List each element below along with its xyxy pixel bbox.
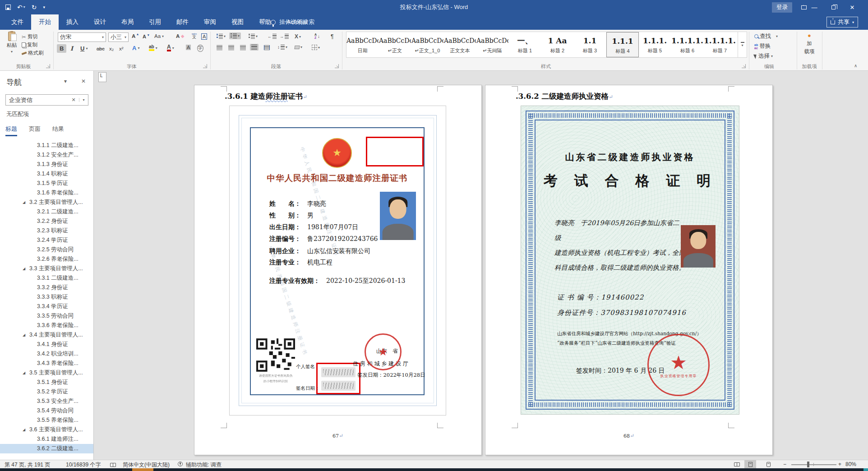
style-card-标题4[interactable]: 1.1.1标题 4: [606, 32, 639, 57]
collapse-arrow-icon[interactable]: ◢: [23, 425, 25, 434]
nav-item[interactable]: 3.5.4 劳动合同: [0, 406, 93, 416]
redo-icon[interactable]: ↻: [32, 4, 37, 10]
style-card-标题5[interactable]: 1.1.1.标题 5: [639, 32, 671, 57]
nav-item[interactable]: 3.3.6 养老保险...: [0, 321, 93, 330]
nav-item[interactable]: 3.5.2 学历证: [0, 387, 93, 397]
nav-tab-标题[interactable]: 标题: [5, 125, 17, 136]
character-border-button[interactable]: A: [201, 33, 207, 40]
nav-tab-结果[interactable]: 结果: [52, 125, 64, 136]
document-canvas[interactable]: L .3.6.1 建造师注册证书↵ 中华人民共和国二级建造师注册证书 中华人民共…: [94, 71, 868, 460]
language-indicator[interactable]: 简体中文(中国大陆): [123, 461, 170, 469]
collapse-arrow-icon[interactable]: ◢: [23, 330, 25, 340]
nav-item[interactable]: 3.5.5 养老保险...: [0, 416, 93, 425]
nav-item[interactable]: 3.1.5 学历证: [0, 179, 93, 188]
tab-邮件[interactable]: 邮件: [169, 14, 196, 30]
web-layout-icon[interactable]: [762, 460, 774, 468]
find-button[interactable]: 查找▾: [754, 32, 778, 40]
highlight-color-button[interactable]: ab▾: [149, 45, 157, 51]
nav-item[interactable]: 3.2.5 劳动合同: [0, 245, 93, 254]
subscript-button[interactable]: x₂: [109, 46, 114, 51]
nav-item[interactable]: 3.2.1 二级建造...: [0, 207, 93, 217]
replace-button[interactable]: abac替换: [754, 42, 771, 50]
search-clear-icon[interactable]: ✕: [68, 97, 79, 103]
nav-item[interactable]: 3.3.3 职称证: [0, 292, 93, 302]
nav-item[interactable]: 3.1.2 安全生产...: [0, 150, 93, 160]
signin-button[interactable]: 登录: [772, 0, 792, 14]
restore-button[interactable]: [826, 0, 841, 14]
align-left-button[interactable]: [215, 44, 224, 51]
word-count[interactable]: 10/16839 个字: [66, 461, 101, 469]
tab-设计[interactable]: 设计: [86, 14, 114, 30]
superscript-button[interactable]: x²: [119, 46, 124, 51]
decrease-indent-button[interactable]: ←: [266, 33, 278, 40]
collapse-arrow-icon[interactable]: ◢: [23, 264, 25, 273]
search-input[interactable]: 企业资信: [6, 96, 68, 104]
zoom-slider[interactable]: [791, 464, 836, 465]
nav-item[interactable]: ◢3.4 主要项目管理人...: [0, 330, 93, 340]
ribbon-display-options-icon[interactable]: [801, 0, 807, 14]
enclose-characters-button[interactable]: 字: [197, 45, 203, 52]
shading-button[interactable]: ▾: [293, 44, 304, 50]
tab-审阅[interactable]: 审阅: [196, 14, 224, 30]
character-shading-button[interactable]: A: [186, 45, 191, 50]
underline-button[interactable]: U▾: [80, 45, 88, 52]
tab-文件[interactable]: 文件: [4, 14, 31, 30]
borders-button[interactable]: ▾: [310, 44, 321, 51]
nav-item[interactable]: 3.5.3 安全生产...: [0, 397, 93, 406]
font-color-button[interactable]: A▾: [167, 44, 174, 51]
style-card-标题1[interactable]: 一、标题 1: [509, 32, 541, 57]
increase-indent-button[interactable]: →: [278, 33, 290, 40]
nav-item[interactable]: ◢3.6 主要项目管理人...: [0, 425, 93, 434]
style-card-标题7[interactable]: 1.1.1.1.标题 7: [704, 32, 736, 57]
save-icon[interactable]: [5, 5, 11, 10]
add-ins-button[interactable]: ● 加载项: [799, 32, 819, 55]
asian-layout-button[interactable]: X▾: [293, 32, 302, 41]
font-size-combo[interactable]: 小三▾: [108, 32, 129, 42]
nav-item[interactable]: 3.1.3 身份证: [0, 160, 93, 169]
collapse-ribbon-icon[interactable]: ∧: [854, 63, 857, 68]
text-effects-button[interactable]: A▾: [132, 45, 139, 51]
style-card-标题2[interactable]: 1 Aa标题 2: [541, 32, 574, 57]
align-center-button[interactable]: [227, 44, 235, 51]
tab-布局[interactable]: 布局: [114, 14, 141, 30]
print-layout-icon[interactable]: [744, 460, 756, 468]
proofing-icon[interactable]: [110, 462, 116, 468]
numbering-button[interactable]: ▾: [229, 32, 241, 39]
document-page-68[interactable]: .3.6.2 二级建造师执业资格↵ 山东省二级建造师执业资格 考 试 合 格 证…: [485, 85, 773, 455]
zoom-in-button[interactable]: +: [838, 461, 841, 467]
nav-item[interactable]: 3.5.1 身份证: [0, 378, 93, 387]
line-spacing-button[interactable]: ↕▾: [276, 44, 289, 51]
customize-qat-icon[interactable]: ▾: [43, 5, 45, 9]
pinyin-guide-button[interactable]: wén文: [192, 32, 197, 39]
nav-item[interactable]: 3.6.1 建造师注...: [0, 434, 93, 444]
clipboard-dialog-launcher[interactable]: [46, 64, 50, 68]
nav-item[interactable]: 3.6.2 二级建造...: [0, 444, 93, 453]
nav-item[interactable]: 3.4.2 职业培训...: [0, 349, 93, 359]
nav-item[interactable]: 3.4.3 养老保险...: [0, 359, 93, 368]
align-right-button[interactable]: [239, 44, 247, 51]
styles-gallery-more-button[interactable]: ▾: [738, 32, 747, 58]
style-card-标题6[interactable]: 1.1.1.1.标题 6: [671, 32, 704, 57]
nav-item[interactable]: 3.2.2 身份证: [0, 217, 93, 226]
copy-button[interactable]: 复制: [22, 42, 37, 48]
font-family-combo[interactable]: 仿宋▾: [58, 32, 106, 42]
nav-item[interactable]: ◢3.2 主要项目管理人...: [0, 198, 93, 207]
bullets-button[interactable]: ▾: [215, 33, 227, 40]
nav-tab-页面[interactable]: 页面: [29, 125, 41, 136]
change-case-button[interactable]: Aa▾: [154, 33, 164, 39]
nav-item[interactable]: ◢3.5 主要项目管理人...: [0, 368, 93, 378]
nav-item[interactable]: 3.1.6 养老保险...: [0, 188, 93, 198]
nav-item[interactable]: 3.2.4 学历证: [0, 236, 93, 245]
nav-item[interactable]: 3.2.3 职称证: [0, 226, 93, 236]
font-dialog-launcher[interactable]: [203, 64, 207, 68]
grow-font-button[interactable]: A▴: [132, 33, 139, 39]
nav-item[interactable]: 3.2.6 养老保险...: [0, 254, 93, 264]
justify-button[interactable]: [250, 44, 259, 51]
clear-formatting-button[interactable]: A◆: [176, 33, 184, 39]
style-card-日期[interactable]: AaBbCcDc日期: [346, 32, 379, 57]
paste-button[interactable]: 粘贴 ▾: [4, 32, 20, 54]
bold-button[interactable]: B: [57, 44, 66, 53]
tab-引用[interactable]: 引用: [141, 14, 169, 30]
navigation-options-icon[interactable]: ▾: [64, 78, 67, 84]
format-painter-button[interactable]: 格式刷: [22, 50, 44, 56]
